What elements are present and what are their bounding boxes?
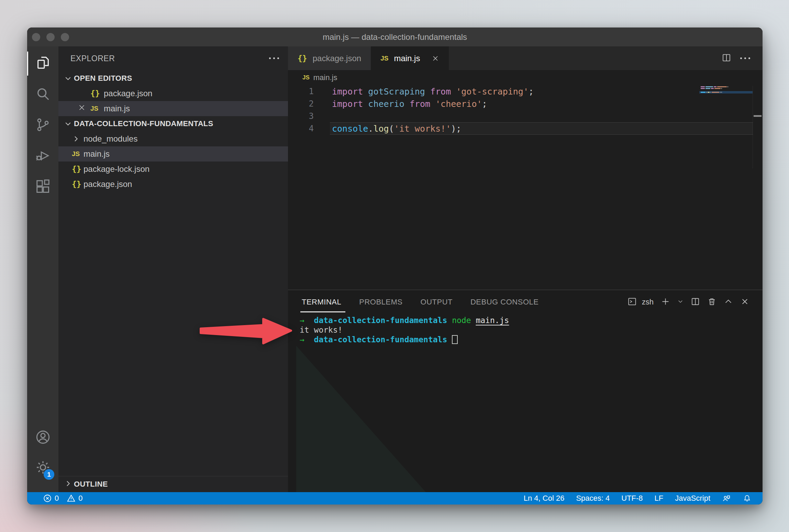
sidebar-item-extensions[interactable] xyxy=(27,172,58,203)
minimap-segment xyxy=(721,88,722,89)
tab-package-json[interactable]: {}package.json xyxy=(288,46,371,70)
terminal-line-3: → data-collection-fundamentals xyxy=(300,335,763,344)
minimap-segment xyxy=(710,92,711,93)
terminal-output[interactable]: → data-collection-fundamentals node main… xyxy=(288,314,763,344)
tree-item-package-json[interactable]: {}package.json xyxy=(58,177,288,192)
code-editor[interactable]: 1import gotScraping from 'got-scraping';… xyxy=(288,85,763,290)
code-line-1[interactable]: 1import gotScraping from 'got-scraping'; xyxy=(288,85,763,98)
problems-status[interactable]: 0 xyxy=(43,494,59,503)
terminal-token: data-collection-fundamentals xyxy=(314,335,447,344)
explorer-title: EXPLORER xyxy=(70,54,115,63)
close-editor-icon[interactable] xyxy=(78,103,86,114)
minimap-segment xyxy=(701,86,705,87)
file-label: node_modules xyxy=(58,134,137,144)
code-token: ; xyxy=(456,124,461,134)
line-number: 2 xyxy=(288,98,314,110)
tab-main-js[interactable]: JSmain.js xyxy=(371,46,449,70)
language-mode-status[interactable]: JavaScript xyxy=(675,494,710,503)
new-terminal-icon[interactable] xyxy=(661,297,670,308)
window-title: main.js — data-collection-fundamentals xyxy=(27,32,763,42)
section-header[interactable]: OPEN EDITORS xyxy=(58,71,288,86)
warning-count: 0 xyxy=(78,494,82,503)
minimap-segment xyxy=(701,88,705,89)
editor-more-actions-icon[interactable] xyxy=(740,57,750,59)
terminal-token: main.js xyxy=(476,316,509,325)
more-actions-icon[interactable] xyxy=(269,57,279,59)
js-file-icon: JS xyxy=(380,55,388,62)
close-panel-icon[interactable] xyxy=(740,297,749,308)
code-line-2[interactable]: 2import cheerio from 'cheerio'; xyxy=(288,98,763,110)
bell-icon[interactable] xyxy=(743,494,752,503)
terminal-token xyxy=(471,316,476,325)
chevron-right-icon xyxy=(64,479,72,489)
code-token: ; xyxy=(482,99,487,109)
code-token: console xyxy=(332,124,368,134)
extensions-icon xyxy=(35,179,51,196)
sidebar-item-search[interactable] xyxy=(27,79,58,110)
panel-tab-debug-console[interactable]: DEBUG CONSOLE xyxy=(470,290,538,314)
code-token: 'cheerio' xyxy=(435,99,482,109)
kill-terminal-trash-icon[interactable] xyxy=(707,297,716,308)
warning-icon xyxy=(67,494,76,503)
eol-status[interactable]: LF xyxy=(655,494,664,503)
code-token: from xyxy=(410,99,435,109)
indentation-status[interactable]: Spaces: 4 xyxy=(576,494,610,503)
outline-section-header[interactable]: OUTLINE xyxy=(58,476,288,492)
titlebar: main.js — data-collection-fundamentals xyxy=(27,27,763,46)
sidebar-item-run-and-debug[interactable] xyxy=(27,141,58,172)
terminal-cursor xyxy=(452,335,458,344)
desktop-background: main.js — data-collection-fundamentals xyxy=(0,0,789,532)
encoding-status[interactable]: UTF-8 xyxy=(621,494,643,503)
launch-profile-chevron-icon[interactable] xyxy=(677,298,684,306)
shell-label[interactable]: zsh xyxy=(642,298,654,307)
minimap-segment xyxy=(714,88,721,89)
terminal-panel: TERMINALPROBLEMSOUTPUTDEBUG CONSOLE zsh … xyxy=(288,290,763,492)
file-tree: OPEN EDITORS{}package.jsonJSmain.jsDATA-… xyxy=(58,71,288,476)
panel-tab-terminal[interactable]: TERMINAL xyxy=(302,290,341,314)
sidebar-item-explorer[interactable] xyxy=(27,48,58,79)
maximize-panel-chevron-up-icon[interactable] xyxy=(724,297,733,308)
minimap-segment xyxy=(708,92,710,93)
split-terminal-icon[interactable] xyxy=(691,297,700,308)
minimap-segment xyxy=(706,92,707,93)
code-line-4[interactable]: 4console.log('it works!'); xyxy=(288,122,763,135)
section-header[interactable]: DATA-COLLECTION-FUNDAMENTALS xyxy=(58,116,288,131)
terminal-shell-icon xyxy=(627,297,637,308)
vscode-window: main.js — data-collection-fundamentals xyxy=(27,27,763,505)
section-label: DATA-COLLECTION-FUNDAMENTALS xyxy=(58,119,213,128)
close-tab-icon[interactable] xyxy=(432,55,439,62)
json-file-icon: {} xyxy=(72,180,81,189)
account-button[interactable] xyxy=(27,423,58,453)
split-editor-icon[interactable] xyxy=(722,53,731,64)
file-label: package.json xyxy=(58,179,132,189)
tree-item-main-js[interactable]: JSmain.js xyxy=(58,146,288,162)
tree-item-package-json[interactable]: {}package.json xyxy=(58,86,288,101)
feedback-icon[interactable] xyxy=(722,494,731,503)
code-line-3[interactable]: 3 xyxy=(288,110,763,122)
code-token: import xyxy=(332,99,368,109)
files-icon xyxy=(35,55,51,72)
minimap-segment xyxy=(701,92,705,93)
minimap-segment xyxy=(712,92,719,93)
breadcrumb[interactable]: JS main.js xyxy=(288,70,763,85)
json-file-icon: {} xyxy=(72,165,81,174)
settings-badge: 1 xyxy=(44,469,54,480)
panel-tab-problems[interactable]: PROBLEMS xyxy=(359,290,402,314)
terminal-token xyxy=(447,316,452,325)
settings-button[interactable]: 1 xyxy=(27,453,58,483)
terminal-token xyxy=(304,335,314,344)
terminal-line-2: it works! xyxy=(300,325,763,335)
tree-item-node-modules[interactable]: node_modules xyxy=(58,131,288,146)
tree-item-package-lock-json[interactable]: {}package-lock.json xyxy=(58,162,288,177)
tree-item-main-js[interactable]: JSmain.js xyxy=(58,101,288,116)
account-icon xyxy=(35,429,51,446)
terminal-token xyxy=(304,316,314,325)
code-token: log xyxy=(373,124,389,134)
line-number: 4 xyxy=(288,122,314,135)
error-icon xyxy=(43,494,52,503)
minimap[interactable] xyxy=(699,86,753,168)
sidebar-item-source-control[interactable] xyxy=(27,110,58,141)
warnings-status[interactable]: 0 xyxy=(67,494,82,503)
panel-tab-output[interactable]: OUTPUT xyxy=(421,290,453,314)
cursor-position-status[interactable]: Ln 4, Col 26 xyxy=(524,494,565,503)
